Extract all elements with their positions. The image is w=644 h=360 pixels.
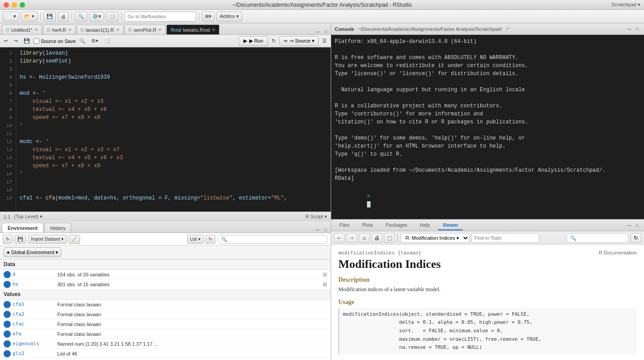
print-button[interactable]: 🖨 [58,12,69,21]
code-content[interactable]: library(lavaan) library(semPlot) hs <- H… [16,47,331,212]
addins-button[interactable]: Addins ▾ [217,12,242,21]
tab-history[interactable]: History [44,223,71,233]
tab-hw4[interactable]: R hw4.R ✕ [43,25,76,34]
tab-close-hw4[interactable]: ✕ [68,27,72,32]
editor-toolbar: ↩ ↪ 💾 Source on Save 🔍 ⚙▾ ⬜ ▶ ▶ Run ↻ ⇒ … [0,35,331,47]
find-help-button[interactable]: ⬚ [384,233,395,243]
viewer-win-buttons[interactable]: — □ [626,222,640,229]
tab-close-tweaks[interactable]: ✕ [212,27,215,32]
source-on-save-checkbox[interactable] [34,38,39,44]
tab-semplot[interactable]: R semPlot.R ✕ [124,25,166,34]
env-row-efa[interactable]: efa Formal class lavaan [0,329,331,339]
goto-input[interactable] [124,12,196,21]
run-button[interactable]: ▶ ▶ Run [239,36,268,46]
tab-untitled1[interactable]: R Untitled1* ✕ [2,25,42,34]
tab-files[interactable]: Files [335,220,354,230]
find-ed-button[interactable]: 🔍 [77,37,88,46]
minimize-viewer-button[interactable]: — [626,222,632,229]
format-button[interactable]: ⬜ [102,37,113,46]
grid-icon-hs[interactable]: ⊞ [323,281,327,288]
menu-button[interactable]: ☰ [320,37,329,46]
refresh-env-button[interactable]: ↻ [3,235,13,244]
find-button[interactable]: 🔍 [75,12,87,21]
maximize-button[interactable] [20,2,25,8]
back-button[interactable]: ← [334,233,345,243]
env-win-buttons[interactable]: — □ [315,226,329,233]
tab-packages[interactable]: Packages [381,220,412,230]
print-help-button[interactable]: 🖨 [371,233,382,243]
rmd-icon: Rmd [171,27,181,33]
viewer-search-input[interactable] [566,233,629,243]
eigenvals-icon [4,340,11,347]
file-type[interactable]: R Script ▾ [306,214,327,220]
redo-button[interactable]: ↪ [12,37,20,46]
code-settings-button[interactable]: ⚙▾ [89,37,101,46]
code-level[interactable]: (Top Level) ▾ [14,214,42,220]
tab-lavaan[interactable]: R lavaan1(1).R ✕ [77,25,124,34]
doc-title: Modification Indices [338,258,637,271]
tab-viewer[interactable]: Viewer [438,220,463,230]
env-row-d[interactable]: d 154 obs. of 20 variables ⊞ [0,270,331,280]
tab-help[interactable]: Help [415,220,435,230]
editor-win-buttons[interactable]: — □ [315,28,329,34]
console-content[interactable]: Platform: x86_64-apple-darwin13.4.0 (64-… [331,35,644,219]
minimize-editor-button[interactable]: — [315,28,321,34]
refresh2-button[interactable]: ↻ [205,235,215,244]
tab-close-lavaan[interactable]: ✕ [116,27,119,32]
home-button[interactable]: ⌂ [359,233,370,243]
r-icon: R [6,27,9,33]
env-row-gls2[interactable]: gls2 List of 46 [0,349,331,359]
tab-close-untitled1[interactable]: ✕ [34,27,38,32]
save-ed-button[interactable]: 💾 [21,37,32,46]
env-row-cfa2[interactable]: cfa2 Formal class lavaan [0,309,331,319]
import-dataset-button[interactable]: Import Dataset ▾ [28,235,67,244]
forward-button[interactable]: → [346,233,357,243]
maximize-viewer-button[interactable]: □ [634,222,640,229]
minimize-console-button[interactable]: — [626,26,632,32]
window-controls[interactable] [4,2,25,8]
layout-button[interactable]: ⊞▾ [202,12,215,21]
viewer-toolbar: ← → ⌂ 🖨 ⬚ R: Modification Indices ▾ ↻ [331,231,644,245]
minimize-button[interactable] [12,2,17,8]
separator3 [121,13,122,21]
global-env-selector[interactable]: ● Global Environment ▾ [4,247,61,257]
minimize-env-button[interactable]: — [315,226,321,233]
code-line-15: speed =~ x7 + x8 + x9 [20,162,327,170]
maximize-env-button[interactable]: □ [323,226,329,233]
source-button[interactable]: ⇒ ⇒ Source ▾ [279,36,319,46]
console-prompt-line[interactable]: > [335,184,640,216]
topic-selector[interactable]: R: Modification Indices ▾ [401,233,469,243]
window-title: ~/Documents/Academic/Assignments/Factor … [232,2,412,8]
refresh-viewer-button[interactable]: ↻ [631,233,641,243]
code-line-10: ' [20,122,327,130]
grid-icon-d[interactable]: ⊞ [323,271,327,278]
project-selector[interactable]: Scratchpad ▾ [611,2,640,8]
save-env-button[interactable]: 💾 [14,235,26,244]
maximize-editor-button[interactable]: □ [323,28,329,34]
undo-button[interactable]: ↩ [2,37,10,46]
tab-close-semplot[interactable]: ✕ [158,27,162,32]
env-row-eigenvals[interactable]: eigenvals Named num [1:20] 3.41 3.21 1.5… [0,339,331,349]
code-tools-button[interactable]: ⚙️▾ [89,12,104,21]
list-view-button[interactable]: List ▾ [187,235,204,244]
tab-plots[interactable]: Plots [358,220,377,230]
env-row-hs[interactable]: hs 301 obs. of 15 variables ⊞ [0,280,331,289]
clean-env-button[interactable]: 🧹 [68,235,80,244]
terminal-button[interactable]: ⬜ [106,12,119,21]
maximize-console-button[interactable]: □ [634,26,640,32]
tab-tweaks[interactable]: Rmd tweaks.Rmd ✕ [166,25,219,34]
save-button[interactable]: 💾 [43,12,56,21]
values-section-header: Values [0,289,331,300]
rerun-button[interactable]: ↻ [269,37,278,46]
open-file-button[interactable]: 📂▾ [21,12,38,21]
console-win-buttons[interactable]: — □ [626,26,640,32]
env-search-input[interactable] [217,235,328,244]
new-file-button[interactable]: 📄▾ [3,12,19,21]
tab-environment[interactable]: Environment [2,223,43,233]
env-row-cfac[interactable]: cfac Formal class lavaan [0,319,331,329]
console-line-18: RData] [335,174,640,182]
env-row-cfa1[interactable]: cfa1 Formal class lavaan [0,300,331,309]
close-button[interactable] [4,2,9,8]
code-editor[interactable]: 1 2 3 4 5 6 7 8 9 10 11 12 13 14 15 16 1… [0,47,331,212]
find-in-topic-input[interactable] [471,233,539,243]
